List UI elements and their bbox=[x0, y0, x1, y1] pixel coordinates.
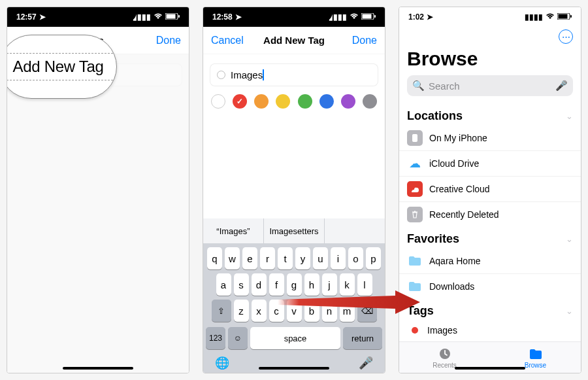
key-n[interactable]: n bbox=[322, 300, 337, 322]
suggestion-item[interactable]: “Images” bbox=[203, 218, 264, 243]
tag-color-yellow[interactable] bbox=[276, 94, 290, 109]
key-l[interactable]: l bbox=[357, 273, 372, 296]
key-e[interactable]: e bbox=[242, 247, 257, 269]
cancel-button[interactable]: Cancel bbox=[211, 35, 248, 46]
tag-name-input-row[interactable]: Images bbox=[210, 63, 378, 86]
location-row[interactable]: ☁iCloud Drive bbox=[399, 151, 581, 177]
status-time: 12:57 bbox=[16, 12, 37, 22]
key-o[interactable]: o bbox=[348, 247, 363, 269]
favorite-row[interactable]: Aqara Home bbox=[399, 249, 581, 274]
text-cursor bbox=[263, 69, 264, 80]
search-icon: 🔍 bbox=[412, 80, 425, 92]
key-u[interactable]: u bbox=[313, 247, 328, 269]
key-v[interactable]: v bbox=[287, 300, 302, 322]
key-t[interactable]: t bbox=[278, 247, 293, 269]
key-space[interactable]: space bbox=[250, 327, 340, 349]
tag-color-green[interactable] bbox=[298, 94, 312, 109]
key-123[interactable]: 123 bbox=[206, 327, 225, 349]
key-emoji[interactable]: ☺ bbox=[228, 327, 248, 349]
key-d[interactable]: d bbox=[252, 273, 267, 296]
trash-icon bbox=[407, 207, 423, 222]
key-c[interactable]: c bbox=[269, 300, 284, 322]
tag-color-purple[interactable] bbox=[341, 94, 355, 109]
folder-icon bbox=[407, 253, 423, 269]
key-p[interactable]: p bbox=[366, 247, 381, 269]
nav-bar: Cancel Add New Tag Done bbox=[203, 27, 385, 54]
section-favorites-header[interactable]: Favorites ⌄ bbox=[399, 232, 581, 246]
battery-icon bbox=[165, 12, 180, 22]
chevron-down-icon: ⌄ bbox=[566, 111, 573, 121]
svg-rect-9 bbox=[412, 134, 417, 142]
svg-rect-7 bbox=[559, 14, 568, 19]
chevron-down-icon: ⌄ bbox=[566, 306, 573, 316]
suggestion-bar: “Images”Imagesetters bbox=[203, 218, 385, 243]
location-row[interactable]: On My iPhone bbox=[399, 126, 581, 151]
home-indicator[interactable] bbox=[455, 367, 525, 370]
nav-title: Add New Tag bbox=[263, 35, 325, 46]
key-shift[interactable]: ⇧ bbox=[212, 300, 231, 322]
tag-name-value[interactable]: Images bbox=[231, 69, 263, 80]
favorite-row[interactable]: Downloads bbox=[399, 274, 581, 299]
row-label: On My iPhone bbox=[429, 133, 487, 143]
keyboard: “Images”Imagesetters qwertyuiopasdfghjkl… bbox=[203, 218, 385, 373]
mic-icon[interactable]: 🎤 bbox=[555, 80, 568, 92]
globe-icon[interactable]: 🌐 bbox=[215, 356, 229, 370]
location-icon: ➤ bbox=[235, 12, 242, 22]
more-button[interactable]: ⋯ bbox=[559, 29, 573, 44]
svg-rect-1 bbox=[167, 14, 176, 19]
home-indicator[interactable] bbox=[63, 367, 133, 370]
section-tags-header[interactable]: Tags ⌄ bbox=[399, 304, 581, 318]
row-label: Aqara Home bbox=[429, 256, 481, 266]
folder-icon bbox=[407, 279, 423, 294]
nav-done-button[interactable]: Done bbox=[144, 35, 181, 46]
tag-dot-icon bbox=[412, 327, 418, 334]
key-r[interactable]: r bbox=[260, 247, 275, 269]
key-j[interactable]: j bbox=[322, 273, 337, 296]
wifi-icon bbox=[154, 12, 163, 22]
clock-icon bbox=[438, 347, 452, 361]
key-z[interactable]: z bbox=[234, 300, 249, 322]
key-k[interactable]: k bbox=[340, 273, 355, 296]
section-locations-header[interactable]: Locations ⌄ bbox=[399, 109, 581, 123]
tag-row[interactable]: Images bbox=[399, 320, 581, 340]
tag-color-picker bbox=[210, 94, 378, 109]
tag-color-none[interactable] bbox=[211, 94, 225, 109]
suggestion-item[interactable]: Imagesetters bbox=[264, 218, 325, 243]
key-x[interactable]: x bbox=[252, 300, 267, 322]
tag-color-gray[interactable] bbox=[363, 94, 377, 109]
screen-add-tag-magnified: 12:57 ➤ ▮▮▮▮ gs Done Add New Tag bbox=[7, 7, 189, 373]
key-g[interactable]: g bbox=[287, 273, 302, 296]
wifi-icon bbox=[546, 12, 555, 22]
key-backspace[interactable]: ⌫ bbox=[357, 300, 377, 322]
key-return[interactable]: return bbox=[343, 327, 382, 349]
done-button[interactable]: Done bbox=[340, 35, 377, 46]
key-y[interactable]: y bbox=[295, 247, 310, 269]
mic-icon[interactable]: 🎤 bbox=[359, 356, 373, 370]
battery-icon bbox=[557, 12, 572, 22]
key-a[interactable]: a bbox=[216, 273, 231, 296]
tag-color-orange[interactable] bbox=[254, 94, 269, 109]
battery-icon bbox=[361, 12, 376, 22]
key-i[interactable]: i bbox=[331, 247, 346, 269]
key-q[interactable]: q bbox=[207, 247, 222, 269]
key-f[interactable]: f bbox=[269, 273, 284, 296]
folder-icon bbox=[529, 347, 543, 361]
home-indicator[interactable] bbox=[259, 367, 329, 370]
tag-color-red[interactable] bbox=[233, 94, 247, 109]
location-row[interactable]: Recently Deleted bbox=[399, 202, 581, 227]
key-m[interactable]: m bbox=[340, 300, 355, 322]
wifi-icon bbox=[350, 12, 359, 22]
notch bbox=[59, 7, 137, 22]
notch bbox=[255, 7, 333, 22]
key-b[interactable]: b bbox=[304, 300, 319, 322]
key-h[interactable]: h bbox=[304, 273, 319, 296]
search-input[interactable]: 🔍 Search 🎤 bbox=[407, 75, 573, 96]
key-s[interactable]: s bbox=[234, 273, 249, 296]
row-label: Images bbox=[427, 325, 457, 336]
key-w[interactable]: w bbox=[225, 247, 240, 269]
screen-browse: 1:02 ➤ ▮▮▮▮ ⋯ Browse 🔍 Search 🎤 Location… bbox=[399, 7, 581, 373]
location-row[interactable]: Creative Cloud bbox=[399, 177, 581, 202]
page-title: Browse bbox=[407, 48, 573, 70]
suggestion-item[interactable] bbox=[325, 218, 385, 243]
tag-color-blue[interactable] bbox=[319, 94, 334, 109]
